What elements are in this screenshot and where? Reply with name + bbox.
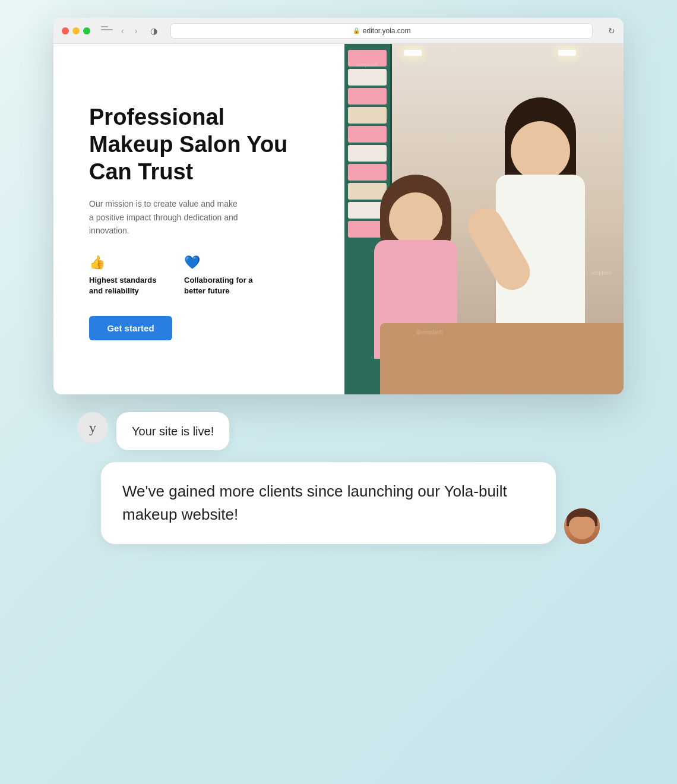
ceiling-light-2 [558, 50, 576, 56]
forward-arrow-icon[interactable]: › [132, 25, 140, 37]
address-bar[interactable]: 🔒 editor.yola.com [170, 23, 593, 39]
feature-icons-row: 👍 Highest standards and reliability 💙 Co… [89, 255, 315, 296]
website-content: Professional Makeup Salon You Can Trust … [53, 44, 624, 394]
chat-row-1: y Your site is live! [77, 412, 600, 450]
lock-icon: 🔒 [353, 27, 360, 34]
chat-message-1-text: Your site is live! [132, 425, 214, 438]
feature1-label: Highest standards and reliability [89, 275, 160, 296]
browser-dots [62, 27, 90, 34]
dot-close[interactable] [62, 27, 69, 34]
website-right-image: unsplash unsplash @unsplash [344, 44, 624, 394]
yola-avatar-letter: y [89, 420, 96, 436]
browser-chrome: ‹ › ◑ 🔒 editor.yola.com ↻ [53, 18, 624, 44]
reload-icon[interactable]: ↻ [608, 26, 615, 36]
chat-row-2: We've gained more clients since launchin… [101, 462, 600, 544]
user-avatar [564, 508, 600, 544]
salon-image: unsplash unsplash @unsplash [344, 44, 624, 394]
thumbsup-icon: 👍 [89, 255, 160, 270]
salon-counter [380, 323, 624, 394]
dot-minimize[interactable] [72, 27, 80, 34]
yola-avatar: y [77, 412, 108, 443]
hero-subtitle: Our mission is to create value and make … [89, 197, 243, 237]
back-arrow-icon[interactable]: ‹ [119, 25, 126, 37]
sidebar-toggle-icon[interactable] [101, 26, 113, 36]
user-avatar-face [564, 508, 600, 544]
page-wrapper: ‹ › ◑ 🔒 editor.yola.com ↻ Professional M… [0, 0, 677, 784]
chat-bubble-1: Your site is live! [116, 412, 229, 450]
chat-message-2-text: We've gained more clients since launchin… [122, 482, 507, 523]
feature2-label: Collaborating for a better future [184, 275, 255, 296]
browser-controls [101, 26, 113, 36]
heart-icon: 💙 [184, 255, 255, 270]
feature-item-1: 👍 Highest standards and reliability [89, 255, 160, 296]
chat-section: y Your site is live! We've gained more c… [53, 412, 624, 544]
url-text: editor.yola.com [363, 27, 411, 35]
chat-bubble-2: We've gained more clients since launchin… [101, 462, 556, 544]
hero-title: Professional Makeup Salon You Can Trust [89, 104, 315, 185]
avatar-skin [569, 517, 595, 539]
dot-maximize[interactable] [83, 27, 90, 34]
ceiling-light-1 [404, 50, 422, 56]
browser-window: ‹ › ◑ 🔒 editor.yola.com ↻ Professional M… [53, 18, 624, 394]
website-left-panel: Professional Makeup Salon You Can Trust … [53, 44, 344, 394]
privacy-icon: ◑ [150, 26, 157, 36]
get-started-button[interactable]: Get started [89, 316, 172, 340]
feature-item-2: 💙 Collaborating for a better future [184, 255, 255, 296]
